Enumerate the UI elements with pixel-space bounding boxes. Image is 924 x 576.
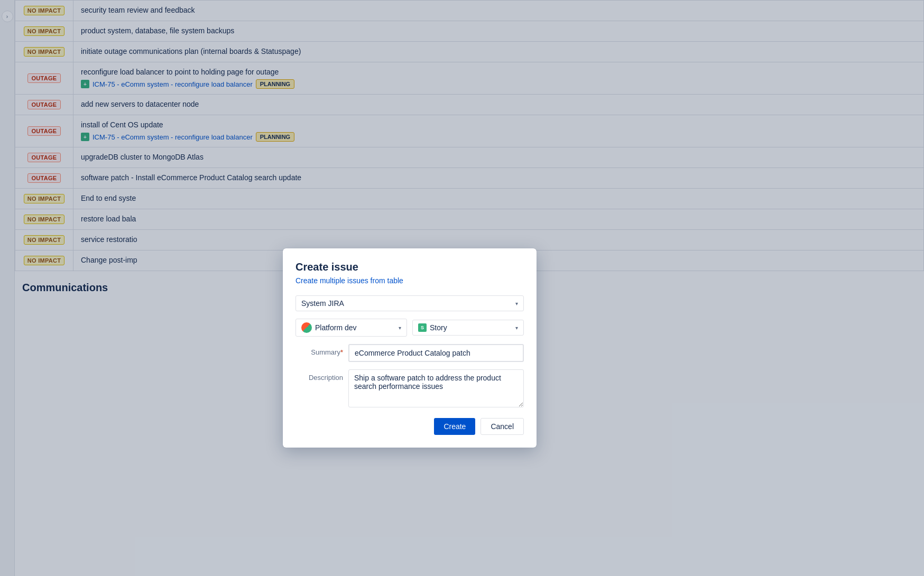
table-row: OUTAGE software patch - Install eCommerc… <box>15 168 924 189</box>
project-label: Platform dev <box>315 323 395 332</box>
system-jira-row: System JIRA ▾ <box>295 295 524 311</box>
issue-link-text: ICM-75 - eComm system - reconfigure load… <box>93 133 253 141</box>
description-cell: upgradeDB cluster to MongoDB Atlas <box>73 147 924 168</box>
row-description: End to end syste <box>81 194 136 202</box>
row-description: add new servers to datacenter node <box>81 100 199 108</box>
description-cell: security team review and feedback <box>73 1 924 21</box>
chevron-down-icon: ▾ <box>399 325 401 331</box>
row-description: service restoratio <box>81 235 137 244</box>
table-row: OUTAGE add new servers to datacenter nod… <box>15 95 924 115</box>
issue-type-label: Story <box>430 323 512 332</box>
badge-cell: OUTAGE <box>15 147 73 168</box>
description-textarea[interactable]: Ship a software patch to address the pro… <box>348 369 524 407</box>
outage-badge: OUTAGE <box>27 73 60 83</box>
table-row: NO IMPACT End to end syste <box>15 189 924 209</box>
row-description: product system, database, file system ba… <box>81 26 234 35</box>
modal-footer: Create Cancel <box>295 418 524 435</box>
row-description: software patch - Install eCommerce Produ… <box>81 173 301 182</box>
row-description: upgradeDB cluster to MongoDB Atlas <box>81 153 204 161</box>
issue-link-text: ICM-75 - eComm system - reconfigure load… <box>93 80 253 88</box>
no-impact-badge: NO IMPACT <box>24 235 65 245</box>
outage-badge: OUTAGE <box>27 173 60 183</box>
table-row: NO IMPACT restore load bala <box>15 209 924 230</box>
project-issuetype-row: Platform dev ▾ S Story ▾ <box>295 319 524 337</box>
badge-cell: NO IMPACT <box>15 189 73 209</box>
sidebar-toggle[interactable]: › <box>0 0 15 576</box>
no-impact-badge: NO IMPACT <box>24 47 65 57</box>
description-cell: product system, database, file system ba… <box>73 21 924 42</box>
badge-cell: OUTAGE <box>15 95 73 115</box>
outage-badge: OUTAGE <box>27 100 60 109</box>
table-row: OUTAGE upgradeDB cluster to MongoDB Atla… <box>15 147 924 168</box>
row-description: reconfigure load balancer to point to ho… <box>81 68 279 76</box>
badge-cell: NO IMPACT <box>15 209 73 230</box>
create-issue-modal: Create issue Create multiple issues from… <box>283 248 537 448</box>
summary-row: Summary* <box>295 344 524 362</box>
chevron-down-icon: ▾ <box>515 325 518 331</box>
no-impact-badge: NO IMPACT <box>24 26 65 36</box>
description-label: Description <box>295 369 343 382</box>
table-row: NO IMPACT product system, database, file… <box>15 21 924 42</box>
issue-icon: + <box>81 133 89 141</box>
description-cell: initiate outage communications plan (int… <box>73 42 924 62</box>
create-multiple-issues-link[interactable]: Create multiple issues from table <box>295 276 524 285</box>
badge-cell: NO IMPACT <box>15 230 73 250</box>
chevron-right-icon: › <box>6 14 8 20</box>
badge-cell: OUTAGE <box>15 115 73 147</box>
description-cell: install of Cent OS update + ICM-75 - eCo… <box>73 115 924 147</box>
description-cell: service restoratio <box>73 230 924 250</box>
system-jira-select[interactable]: System JIRA ▾ <box>295 295 524 311</box>
summary-input[interactable] <box>348 344 524 362</box>
issue-link[interactable]: ICM-75 - eComm system - reconfigure load… <box>93 133 253 141</box>
row-description: restore load bala <box>81 215 136 223</box>
system-jira-label: System JIRA <box>301 299 512 308</box>
description-cell: End to end syste <box>73 189 924 209</box>
row-description: Change post-imp <box>81 256 137 264</box>
table-row: NO IMPACT service restoratio <box>15 230 924 250</box>
chevron-down-icon: ▾ <box>515 301 518 306</box>
badge-cell: OUTAGE <box>15 62 73 95</box>
table-row: OUTAGE install of Cent OS update + ICM-7… <box>15 115 924 147</box>
description-cell: software patch - Install eCommerce Produ… <box>73 168 924 189</box>
issue-link-container: + ICM-75 - eComm system - reconfigure lo… <box>81 79 916 89</box>
badge-cell: OUTAGE <box>15 168 73 189</box>
planning-badge: PLANNING <box>256 132 294 142</box>
issue-link-container: + ICM-75 - eComm system - reconfigure lo… <box>81 132 916 142</box>
required-indicator: * <box>340 348 343 356</box>
summary-label: Summary* <box>295 344 343 356</box>
badge-cell: NO IMPACT <box>15 21 73 42</box>
story-icon: S <box>418 323 427 332</box>
table-row: NO IMPACT security team review and feedb… <box>15 1 924 21</box>
impact-table: NO IMPACT security team review and feedb… <box>15 0 924 271</box>
modal-title: Create issue <box>295 261 524 273</box>
description-cell: add new servers to datacenter node <box>73 95 924 115</box>
description-cell: restore load bala <box>73 209 924 230</box>
description-cell: reconfigure load balancer to point to ho… <box>73 62 924 95</box>
issue-icon: + <box>81 80 89 88</box>
cancel-button[interactable]: Cancel <box>481 418 524 435</box>
no-impact-badge: NO IMPACT <box>24 215 65 224</box>
project-icon <box>301 322 312 333</box>
row-description: security team review and feedback <box>81 6 195 14</box>
no-impact-badge: NO IMPACT <box>24 6 65 15</box>
badge-cell: NO IMPACT <box>15 42 73 62</box>
description-row: Description Ship a software patch to add… <box>295 369 524 407</box>
row-description: install of Cent OS update <box>81 120 163 129</box>
project-select[interactable]: Platform dev ▾ <box>295 319 407 337</box>
outage-badge: OUTAGE <box>27 153 60 162</box>
sidebar-toggle-button[interactable]: › <box>2 11 13 22</box>
badge-cell: NO IMPACT <box>15 1 73 21</box>
issue-link[interactable]: ICM-75 - eComm system - reconfigure load… <box>93 80 253 88</box>
planning-badge: PLANNING <box>256 79 294 89</box>
table-row: OUTAGE reconfigure load balancer to poin… <box>15 62 924 95</box>
outage-badge: OUTAGE <box>27 126 60 136</box>
row-description: initiate outage communications plan (int… <box>81 47 301 55</box>
no-impact-badge: NO IMPACT <box>24 256 65 265</box>
no-impact-badge: NO IMPACT <box>24 194 65 203</box>
issue-type-select[interactable]: S Story ▾ <box>412 320 524 336</box>
badge-cell: NO IMPACT <box>15 250 73 271</box>
table-row: NO IMPACT initiate outage communications… <box>15 42 924 62</box>
create-button[interactable]: Create <box>434 418 475 435</box>
